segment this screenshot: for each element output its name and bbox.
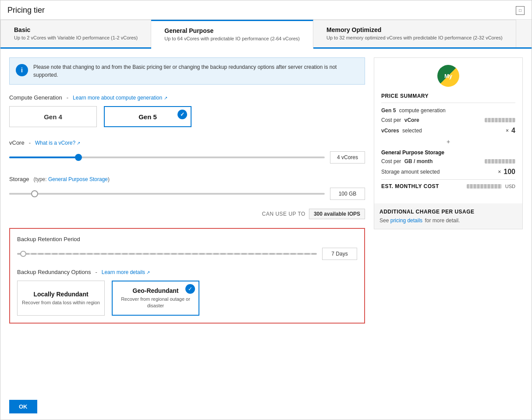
tab-general-purpose[interactable]: General Purpose Up to 64 vCores with pre… (151, 20, 313, 49)
vcores-multiply-sign: × (506, 128, 509, 134)
price-divider (381, 179, 515, 180)
tab-basic-title: Basic (14, 26, 138, 33)
cost-per-vcore-value (485, 118, 515, 122)
backup-retention-thumb[interactable] (20, 251, 26, 257)
geo-redundant-button[interactable]: Geo-Redundant Recover from regional outa… (112, 281, 199, 316)
backup-section: Backup Retention Period 7 Days (9, 228, 365, 324)
iops-row: CAN USE UP TO 300 available IOPS (9, 209, 365, 219)
backup-redundancy-label: Backup Redundancy Options (17, 269, 91, 275)
redundancy-buttons: Locally Redundant Recover from data loss… (17, 281, 357, 316)
est-monthly-cost-row: EST. MONTHLY COST USD (381, 183, 515, 189)
gen4-label: Gen 4 (44, 113, 62, 121)
vcore-slider-thumb[interactable] (75, 154, 82, 161)
est-monthly-amount (467, 184, 502, 189)
storage-slider-track-wrap[interactable] (9, 190, 325, 198)
tab-memory-optimized[interactable]: Memory Optimized Up to 32 memory optimiz… (313, 20, 516, 47)
backup-redundancy-header: Backup Redundancy Options - Learn more d… (17, 269, 357, 275)
additional-charge-text: See pricing details for more detail. (379, 217, 517, 224)
price-summary-title: PRICE SUMMARY (381, 93, 515, 103)
right-panel: My PRICE SUMMARY Gen 5 compute generatio… (374, 57, 523, 229)
pricing-tier-dialog: Pricing tier □ Basic Up to 2 vCores with… (0, 0, 532, 420)
iops-label: CAN USE UP TO (262, 211, 305, 217)
mysql-logo-text: My (444, 73, 452, 79)
tab-memory-optimized-title: Memory Optimized (326, 26, 503, 33)
gen5-check-badge: ✓ (177, 110, 187, 119)
gen5-compute-row: Gen 5 compute generation (381, 107, 515, 114)
backup-retention-track (17, 253, 317, 255)
backup-retention-slider-row: 7 Days (17, 248, 357, 260)
backup-redundancy-link[interactable]: Learn more details ↗ (102, 269, 150, 275)
tab-memory-optimized-desc: Up to 32 memory optimized vCores with pr… (326, 35, 503, 41)
content-area: i Please note that changing to and from … (0, 49, 532, 394)
vcore-slider-fill (9, 157, 78, 158)
backup-redundancy-ext-icon: ↗ (146, 270, 150, 275)
compute-generation-link[interactable]: Learn more about compute generation ↗ (73, 95, 167, 101)
compute-generation-label: Compute Generation (9, 94, 62, 101)
backup-retention-value: 7 Days (322, 248, 357, 260)
vcore-slider-row: 4 vCores (9, 151, 365, 164)
pricing-details-link[interactable]: pricing details (390, 217, 422, 224)
price-summary: My PRICE SUMMARY Gen 5 compute generatio… (374, 58, 522, 200)
storage-slider-track (9, 193, 325, 195)
storage-section: Storage (type: General Purpose Storage) … (9, 176, 365, 200)
gen4-button[interactable]: Gen 4 (9, 106, 97, 127)
cost-per-gb-label: Cost per GB / month (381, 158, 433, 164)
iops-value: 300 available IOPS (309, 209, 365, 219)
vcore-label: vCore (9, 139, 25, 146)
vcore-slider-track-wrap[interactable] (9, 153, 325, 161)
vcores-selected-row: vCores selected × 4 (381, 127, 515, 135)
footer: OK (0, 394, 532, 420)
gen5-button[interactable]: Gen 5 ✓ (104, 106, 192, 127)
storage-multiply-sign: × (498, 169, 501, 175)
storage-type-link[interactable]: General Purpose Storage (48, 176, 108, 182)
additional-charge: ADDITIONAL CHARGE PER USAGE See pricing … (374, 203, 522, 229)
storage-slider-row: 100 GB (9, 188, 365, 200)
backup-retention-slider-wrap[interactable] (17, 250, 317, 258)
price-plus: + (381, 138, 515, 145)
price-logo: My (381, 65, 515, 87)
storage-amount-label: Storage amount selected (381, 169, 440, 175)
close-button[interactable]: □ (516, 6, 525, 15)
vcore-header: vCore - What is a vCore? ↗ (9, 139, 365, 146)
vcore-slider-track (9, 157, 325, 158)
tabs-row: Basic Up to 2 vCores with Variable IO pe… (0, 20, 532, 49)
geo-redundant-check-badge: ✓ (185, 284, 195, 294)
cost-per-vcore-row: Cost per vCore (381, 117, 515, 123)
storage-label: Storage (9, 176, 29, 182)
est-monthly-currency: USD (505, 184, 515, 189)
storage-value-box: 100 GB (330, 188, 365, 200)
vcore-section: vCore - What is a vCore? ↗ 4 vCores (9, 139, 365, 164)
vcores-selected-label: vCores selected (381, 128, 422, 134)
gen5-compute-label: Gen 5 compute generation (381, 107, 446, 114)
storage-slider-thumb[interactable] (31, 190, 38, 197)
mysql-logo: My (437, 65, 459, 87)
vcores-selected-value: × 4 (506, 127, 515, 135)
external-link-icon: ↗ (164, 96, 167, 100)
info-icon: i (16, 64, 28, 76)
tab-general-purpose-desc: Up to 64 vCores with predictable IO perf… (164, 36, 300, 42)
info-text: Please note that changing to and from th… (33, 63, 358, 79)
info-box: i Please note that changing to and from … (9, 57, 365, 85)
storage-amount-value: × 100 (498, 168, 515, 176)
dialog-titlebar: Pricing tier □ (0, 0, 532, 20)
compute-generation-header: Compute Generation - Learn more about co… (9, 94, 365, 101)
locally-redundant-button[interactable]: Locally Redundant Recover from data loss… (17, 281, 105, 316)
vcores-number: 4 (511, 127, 515, 135)
compute-generation-dash: - (67, 94, 68, 101)
backup-retention-label: Backup Retention Period (17, 236, 80, 242)
vcore-value-box: 4 vCores (330, 151, 365, 164)
backup-retention-header: Backup Retention Period (17, 236, 357, 242)
cost-per-gb-row: Cost per GB / month (381, 158, 515, 164)
vcore-link[interactable]: What is a vCore? ↗ (35, 140, 80, 146)
locally-redundant-desc: Recover from data loss within region (22, 299, 100, 306)
storage-section-title: General Purpose Storage (381, 149, 515, 156)
backup-redundancy: Backup Redundancy Options - Learn more d… (17, 269, 357, 316)
tab-basic-desc: Up to 2 vCores with Variable IO performa… (14, 35, 138, 41)
tab-basic[interactable]: Basic Up to 2 vCores with Variable IO pe… (0, 20, 151, 47)
gen5-label: Gen 5 (138, 113, 157, 121)
ok-button[interactable]: OK (9, 400, 37, 413)
storage-amount-row: Storage amount selected × 100 (381, 168, 515, 176)
est-monthly-label: EST. MONTHLY COST (381, 183, 439, 189)
backup-retention: Backup Retention Period 7 Days (17, 236, 357, 260)
tab-general-purpose-title: General Purpose (164, 27, 300, 34)
